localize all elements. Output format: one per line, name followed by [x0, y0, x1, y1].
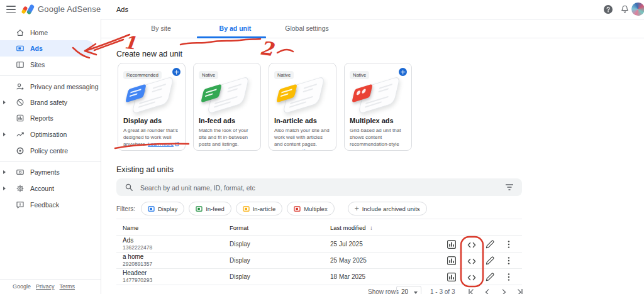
last-page-icon[interactable]	[516, 288, 525, 294]
learn-more-link[interactable]: Learn more	[199, 149, 225, 151]
sidebar-item-label: Sites	[30, 61, 45, 68]
filter-chip-display[interactable]: Display	[141, 202, 184, 215]
column-header-format[interactable]: Format	[230, 224, 248, 231]
ad-unit-last-modified: 25 May 2025	[330, 257, 367, 264]
create-plus-icon[interactable]	[172, 68, 180, 76]
expand-caret-icon[interactable]	[3, 187, 6, 190]
rows-per-page-select[interactable]: 20	[396, 286, 421, 294]
sidebar-item-label: Payments	[30, 168, 60, 176]
filter-chip-in-article[interactable]: In-article	[236, 202, 282, 215]
card-display-ads[interactable]: Recommended Display ads A great all-roun…	[118, 63, 186, 151]
filters-label: Filters:	[116, 205, 135, 212]
notifications-bell-icon[interactable]	[620, 4, 630, 14]
sort-descending-icon[interactable]: ↓	[370, 224, 373, 231]
sidebar-footer: GooglePrivacyTerms	[13, 283, 75, 290]
ad-unit-id: 1362222478	[123, 244, 152, 251]
filter-chip-in-feed[interactable]: In-feed	[189, 202, 231, 215]
get-code-icon[interactable]	[467, 273, 477, 283]
tab-by-site[interactable]: By site	[151, 24, 171, 32]
privacy-link[interactable]: Privacy	[36, 283, 55, 290]
chip-label: In-feed	[206, 205, 225, 212]
expand-caret-icon[interactable]	[3, 133, 6, 136]
learn-more-link[interactable]: Learn more	[148, 141, 174, 147]
column-header-last-modified[interactable]: Last modified	[330, 224, 366, 231]
expand-caret-icon[interactable]	[3, 101, 6, 104]
sidebar-item-brand-safety[interactable]: Brand safety	[0, 94, 98, 111]
sidebar-item-label: Ads	[30, 45, 43, 52]
card-description: Also match your site and work well with …	[274, 127, 331, 151]
expand-caret-icon[interactable]	[3, 170, 6, 174]
search-input[interactable]	[139, 179, 494, 197]
external-link-icon	[301, 150, 306, 151]
card-badge: Native	[274, 71, 294, 79]
hamburger-menu-icon[interactable]	[6, 6, 16, 13]
sidebar-item-label: Reports	[30, 114, 53, 122]
sidebar-item-privacy-and-messaging[interactable]: Privacy and messaging	[0, 79, 98, 95]
sidebar-item-reports[interactable]: Reports	[0, 110, 98, 126]
card-title: In-article ads	[274, 117, 331, 124]
previous-page-icon[interactable]	[483, 288, 492, 294]
card-title: In-feed ads	[199, 117, 255, 124]
chevron-down-icon	[414, 291, 418, 294]
get-code-icon[interactable]	[467, 240, 477, 250]
ad-unit-name: a home	[123, 253, 143, 260]
more-options-kebab-icon[interactable]	[504, 239, 514, 249]
sidebar-footer-divider	[0, 279, 101, 280]
annotation-underline-by-ad-unit	[180, 39, 260, 45]
card-in-article-ads[interactable]: Native In-article ads Also match your si…	[269, 63, 336, 151]
card-in-feed-ads[interactable]: Native In-feed ads Match the look of you…	[193, 63, 261, 151]
search-bar[interactable]	[116, 178, 522, 196]
sidebar-item-policy-centre[interactable]: Policy centre	[0, 143, 98, 159]
sidebar-item-ads[interactable]: Ads	[0, 40, 94, 57]
next-page-icon[interactable]	[499, 288, 508, 294]
existing-section-heading: Existing ad units	[116, 165, 174, 174]
brand-title: Google AdSense	[38, 4, 101, 14]
learn-more-link[interactable]: Learn more	[274, 149, 300, 151]
create-section-heading: Create new ad unit	[116, 50, 182, 58]
phone-illustration	[199, 81, 255, 112]
tab-global-settings[interactable]: Global settings	[285, 24, 328, 32]
ad-unit-format: Display	[230, 241, 250, 248]
stats-chart-icon[interactable]	[447, 239, 457, 249]
card-multiplex-ads[interactable]: Native Multiplex ads Grid-based ad unit …	[344, 63, 412, 151]
annotation-squiggle-tail	[277, 50, 293, 53]
column-header-name[interactable]: Name	[123, 224, 138, 231]
table-bottom-divider	[116, 285, 522, 285]
sidebar-item-optimisation[interactable]: Optimisation	[0, 126, 98, 143]
sidebar-item-label: Account	[30, 185, 54, 192]
help-icon[interactable]	[604, 5, 613, 14]
header-divider	[116, 235, 522, 236]
sidebar-item-account[interactable]: Account	[0, 180, 98, 197]
edit-pencil-icon[interactable]	[485, 256, 495, 266]
sidebar-item-label: Policy centre	[30, 147, 68, 155]
card-badge: Recommended	[123, 71, 162, 79]
sidebar-item-home[interactable]: Home	[0, 24, 98, 41]
sidebar-item-feedback[interactable]: Feedback	[0, 197, 98, 213]
edit-pencil-icon[interactable]	[485, 272, 495, 282]
chip-label: In-article	[253, 205, 275, 212]
tab-by-ad-unit[interactable]: By ad unit	[219, 24, 252, 32]
stats-chart-icon[interactable]	[447, 272, 457, 282]
stats-chart-icon[interactable]	[447, 256, 457, 266]
sidebar-item-payments[interactable]: Payments	[0, 164, 98, 180]
more-options-kebab-icon[interactable]	[504, 256, 514, 266]
sidebar-item-label: Optimisation	[30, 131, 67, 138]
more-options-kebab-icon[interactable]	[504, 272, 514, 282]
terms-link[interactable]: Terms	[60, 283, 75, 290]
edit-pencil-icon[interactable]	[485, 239, 495, 249]
external-link-icon	[226, 150, 230, 151]
create-plus-icon[interactable]	[399, 68, 407, 76]
ad-unit-id: 2920891357	[123, 261, 152, 267]
get-code-icon[interactable]	[467, 256, 477, 266]
learn-more-link[interactable]: Learn more	[375, 149, 401, 151]
ad-unit-cards: Recommended Display ads A great all-roun…	[118, 63, 412, 151]
filter-lines-icon[interactable]	[505, 183, 514, 191]
card-description: Match the look of your site and fit in-b…	[199, 127, 255, 151]
first-page-icon[interactable]	[467, 288, 475, 294]
user-avatar[interactable]	[631, 3, 644, 16]
external-link-icon	[175, 142, 179, 146]
filter-chip-multiplex[interactable]: Multiplex	[287, 202, 335, 215]
sidebar-item-label: Brand safety	[30, 99, 67, 106]
include-archived-units-chip[interactable]: + Include archived units	[348, 202, 427, 215]
sidebar-item-sites[interactable]: Sites	[0, 57, 98, 73]
